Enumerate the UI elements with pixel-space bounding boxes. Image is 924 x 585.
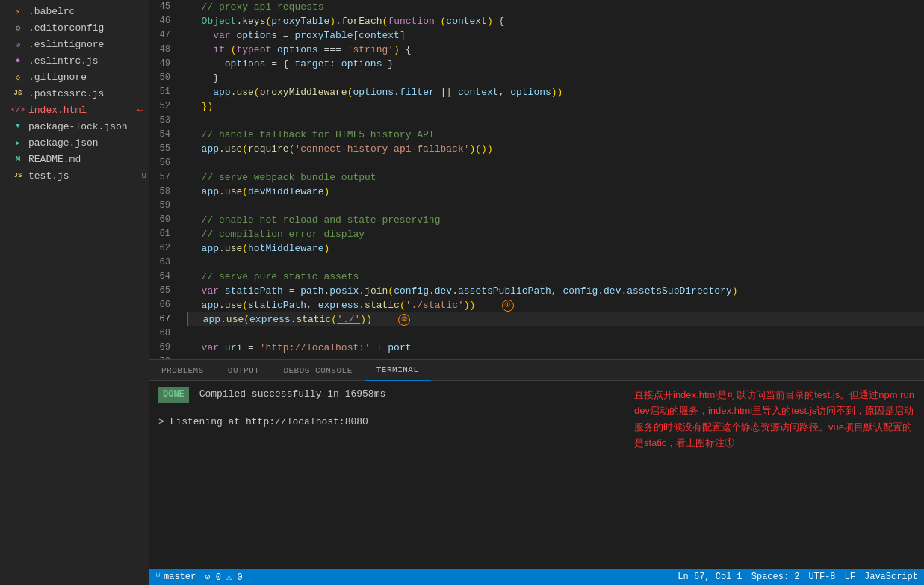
tab-terminal[interactable]: TERMINAL bbox=[365, 360, 431, 381]
sidebar-label-packagejson: package.json bbox=[28, 137, 99, 149]
encoding: UTF-8 bbox=[809, 572, 836, 582]
sidebar-label-readmemd: README.md bbox=[28, 154, 81, 165]
code-content: 45 46 47 48 49 50 51 52 53 54 55 56 57 5… bbox=[149, 0, 924, 359]
ln-57: 57 bbox=[149, 170, 178, 185]
sidebar-label-packagelockjson: package-lock.json bbox=[28, 121, 128, 132]
ln-45: 45 bbox=[149, 0, 178, 14]
sidebar-label-indexhtml: index.html bbox=[28, 105, 87, 116]
sidebar-label-editorconfig: .editorconfig bbox=[28, 22, 104, 34]
ln-61: 61 bbox=[149, 227, 178, 241]
ln-67: 67 bbox=[149, 312, 178, 326]
terminal-content[interactable]: DONE Compiled successfully in 16958ms > … bbox=[149, 381, 625, 435]
ln-55: 55 bbox=[149, 142, 178, 156]
ln-48: 48 bbox=[149, 43, 178, 57]
code-view: 45 46 47 48 49 50 51 52 53 54 55 56 57 5… bbox=[149, 0, 924, 359]
sidebar-item-gitignore[interactable]: ◇ .gitignore bbox=[0, 69, 149, 85]
code-line-57: // serve webpack bundle output bbox=[187, 170, 924, 185]
code-line-67: app.use(express.static('./')) ② bbox=[187, 312, 924, 326]
code-line-62: app.use(hotMiddleware) bbox=[187, 241, 924, 256]
line-ending: LF bbox=[845, 572, 855, 582]
ln-69: 69 bbox=[149, 341, 178, 355]
ln-58: 58 bbox=[149, 185, 178, 199]
testjs-badge: U bbox=[141, 171, 146, 180]
code-line-60: // enable hot-reload and state-preservin… bbox=[187, 213, 924, 227]
gitignore-icon: ◇ bbox=[12, 71, 24, 83]
ln-51: 51 bbox=[149, 85, 178, 99]
sidebar-label-eslintrcjs: .eslintrc.js bbox=[28, 55, 99, 66]
sidebar-item-postcssrcjs[interactable]: JS .postcssrc.js bbox=[0, 85, 149, 102]
code-lines[interactable]: // proxy api requests Object.keys(proxyT… bbox=[187, 0, 924, 359]
panel-tabs: PROBLEMS OUTPUT DEBUG CONSOLE TERMINAL bbox=[149, 360, 924, 381]
sidebar-item-packagelockjson[interactable]: ▼ package-lock.json bbox=[0, 118, 149, 134]
code-line-54: // handle fallback for HTML5 history API bbox=[187, 128, 924, 142]
comment-text: 直接点开index.html是可以访问当前目录的test.js。但通过npm r… bbox=[634, 389, 914, 448]
sidebar-item-babelrc[interactable]: ⚡ .babelrc bbox=[0, 3, 149, 19]
ln-63: 63 bbox=[149, 256, 178, 270]
ln-59: 59 bbox=[149, 199, 178, 213]
line-numbers: 45 46 47 48 49 50 51 52 53 54 55 56 57 5… bbox=[149, 0, 187, 359]
eslintrcjs-icon: ● bbox=[12, 55, 24, 66]
postcssrcjs-icon: JS bbox=[12, 87, 24, 99]
ln-53: 53 bbox=[149, 114, 178, 128]
testjs-icon: JS bbox=[12, 170, 24, 182]
editorconfig-icon: ⚙ bbox=[12, 22, 24, 34]
sidebar-label-postcssrcjs: .postcssrc.js bbox=[28, 88, 104, 99]
git-icon: ⑂ bbox=[155, 572, 161, 582]
listening-text: > Listening at http://localhost:8080 bbox=[158, 416, 368, 427]
sidebar-item-packagejson[interactable]: ▶ package.json bbox=[0, 134, 149, 151]
ln-60: 60 bbox=[149, 213, 178, 227]
readmemd-icon: M bbox=[12, 153, 24, 165]
terminal-listening-line: > Listening at http://localhost:8080 bbox=[158, 415, 616, 429]
packagelockjson-expand-icon: ▼ bbox=[12, 120, 24, 132]
arrow-indicator: ← bbox=[137, 104, 143, 116]
code-line-64: // serve pure static assets bbox=[187, 270, 924, 284]
code-line-63 bbox=[187, 256, 924, 270]
git-branch: master bbox=[164, 572, 196, 582]
code-line-55: app.use(require('connect-history-api-fal… bbox=[187, 142, 924, 156]
indexhtml-icon: </> bbox=[12, 104, 24, 116]
tab-problems[interactable]: PROBLEMS bbox=[149, 360, 216, 381]
code-line-50: } bbox=[187, 71, 924, 85]
spaces: Spaces: 2 bbox=[751, 572, 800, 582]
code-line-47: var options = proxyTable[context] bbox=[187, 28, 924, 43]
sidebar-item-eslintignore[interactable]: ⊘ .eslintignore bbox=[0, 36, 149, 52]
sidebar-item-eslintrcjs[interactable]: ● .eslintrc.js bbox=[0, 52, 149, 69]
code-line-69: var uri = 'http://localhost:' + port bbox=[187, 341, 924, 355]
sidebar-item-editorconfig[interactable]: ⚙ .editorconfig bbox=[0, 19, 149, 36]
code-line-53 bbox=[187, 114, 924, 128]
sidebar-label-testjs: test.js bbox=[28, 170, 69, 182]
ln-46: 46 bbox=[149, 14, 178, 28]
editor-wrapper: 45 46 47 48 49 50 51 52 53 54 55 56 57 5… bbox=[149, 0, 924, 585]
sidebar-label-babelrc: .babelrc bbox=[28, 6, 75, 17]
tab-debug-console[interactable]: DEBUG CONSOLE bbox=[271, 360, 364, 381]
packagejson-icon: ▶ bbox=[12, 137, 24, 149]
ln-66: 66 bbox=[149, 298, 178, 312]
sidebar: ⚡ .babelrc ⚙ .editorconfig ⊘ .eslintigno… bbox=[0, 0, 149, 585]
code-line-59 bbox=[187, 199, 924, 213]
code-line-45: // proxy api requests bbox=[187, 0, 924, 14]
terminal-and-comment: DONE Compiled successfully in 16958ms > … bbox=[149, 381, 924, 569]
code-line-61: // compilation error display bbox=[187, 227, 924, 241]
code-line-68 bbox=[187, 326, 924, 341]
ln-64: 64 bbox=[149, 270, 178, 284]
bottom-panel: PROBLEMS OUTPUT DEBUG CONSOLE TERMINAL D… bbox=[149, 359, 924, 569]
code-line-66: app.use(staticPath, express.static('./st… bbox=[187, 298, 924, 312]
sidebar-item-readmemd[interactable]: M README.md bbox=[0, 151, 149, 167]
terminal-left: DONE Compiled successfully in 16958ms > … bbox=[149, 381, 625, 569]
status-separator1: ⊘ 0 ⚠ 0 bbox=[205, 572, 242, 583]
sidebar-item-testjs[interactable]: JS test.js U bbox=[0, 167, 149, 184]
compiled-text: Compiled successfully in 16958ms bbox=[199, 389, 386, 400]
sidebar-item-indexhtml[interactable]: </> index.html ← bbox=[0, 102, 149, 118]
ln-52: 52 bbox=[149, 99, 178, 114]
code-line-49: options = { target: options } bbox=[187, 57, 924, 71]
ln-50: 50 bbox=[149, 71, 178, 85]
babelrc-icon: ⚡ bbox=[12, 5, 24, 17]
ln-49: 49 bbox=[149, 57, 178, 71]
ln-54: 54 bbox=[149, 128, 178, 142]
ln-47: 47 bbox=[149, 28, 178, 43]
code-line-51: app.use(proxyMiddleware(options.filter |… bbox=[187, 85, 924, 99]
ln-56: 56 bbox=[149, 156, 178, 170]
line-col: Ln 67, Col 1 bbox=[678, 572, 742, 582]
tab-output[interactable]: OUTPUT bbox=[216, 360, 272, 381]
language-mode[interactable]: JavaScript bbox=[864, 572, 918, 582]
